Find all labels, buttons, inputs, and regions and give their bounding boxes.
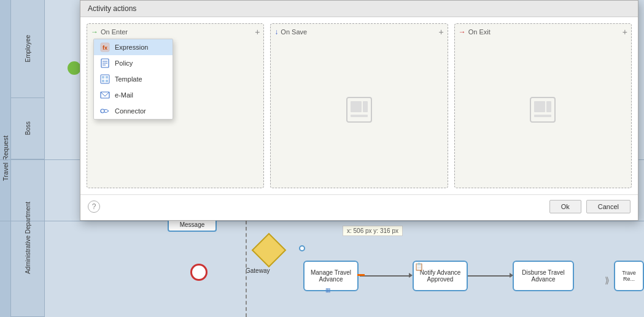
notify-advance-label: Notify Advance Approved [416, 269, 464, 283]
policy-icon [100, 58, 110, 68]
disburse-label: Disburse Travel Advance [516, 269, 570, 283]
coords-display: x: 506 px y: 316 px [343, 226, 403, 236]
footer-buttons: Ok Cancel [549, 200, 630, 213]
arrow-notify-disburse-head [510, 273, 513, 278]
on-enter-title: → On Enter [91, 28, 128, 36]
lane-header-col: Employee Boss Administrative Department [11, 0, 45, 317]
on-exit-header: → On Exit + [459, 28, 627, 36]
on-save-label: On Save [281, 28, 307, 36]
end-event [190, 264, 208, 281]
email-icon [100, 90, 110, 100]
on-exit-content [459, 40, 627, 184]
modal-title-bar: Activity actions [80, 1, 638, 17]
on-enter-header: → On Enter + [91, 28, 260, 36]
arrow-manage-notify-head [409, 273, 413, 278]
manage-travel-icon: ▦ [325, 287, 331, 293]
help-icon[interactable]: ? [88, 201, 100, 213]
disburse-box[interactable]: Disburse Travel Advance [513, 261, 574, 291]
on-enter-label: On Enter [101, 28, 128, 36]
lane-boss-label: Boss [25, 119, 31, 137]
template-icon [100, 74, 110, 84]
travel-re-label: Trave Re... [618, 270, 640, 282]
modal-content-area: → On Enter + fx [80, 17, 638, 194]
on-enter-panel: → On Enter + fx [87, 23, 264, 188]
lane-admin-label: Administrative Department [25, 199, 31, 277]
on-save-add-button[interactable]: + [438, 28, 443, 36]
on-exit-title: → On Exit [459, 28, 491, 36]
on-save-placeholder [344, 95, 374, 129]
modal-footer: ? Ok Cancel [80, 194, 638, 218]
lane-divider-2 [0, 221, 644, 221]
on-save-header: ↓ On Save + [274, 28, 443, 36]
dropdown-item-policy[interactable]: Policy [94, 55, 173, 71]
on-save-icon: ↓ [274, 28, 278, 36]
template-label: Template [115, 75, 142, 83]
on-exit-placeholder [528, 95, 557, 129]
svg-rect-19 [534, 115, 551, 117]
travel-re-box[interactable]: Trave Re... [614, 261, 644, 291]
lane-employee-header: Employee [11, 0, 44, 98]
gateway-label: Gateway [246, 267, 270, 274]
on-exit-panel: → On Exit + [454, 23, 632, 188]
on-save-panel: ↓ On Save + [270, 23, 448, 188]
dropdown-item-connector[interactable]: Connector [94, 103, 173, 119]
on-enter-add-button[interactable]: + [255, 28, 260, 36]
on-exit-label: On Exit [468, 28, 491, 36]
svg-rect-8 [106, 76, 108, 78]
manage-travel-label: Manage Travel Advance [307, 269, 355, 283]
email-label: e-Mail [115, 91, 133, 99]
ok-button[interactable]: Ok [549, 200, 581, 213]
message-label: Message [180, 221, 205, 228]
process-label: Travel Request [2, 136, 9, 181]
double-arrow-icon: ⟫ [605, 275, 610, 285]
arrow-notify-disburse [468, 275, 512, 277]
manage-travel-connector [357, 274, 365, 276]
arrow-manage-notify [360, 275, 411, 277]
dropdown-item-template[interactable]: Template [94, 71, 173, 87]
connector-label: Connector [115, 107, 146, 115]
dropdown-item-email[interactable]: e-Mail [94, 87, 173, 103]
svg-rect-20 [546, 101, 551, 112]
svg-point-12 [101, 109, 104, 113]
on-exit-icon: → [459, 28, 466, 36]
lane-employee-label: Employee [25, 32, 31, 64]
svg-rect-16 [363, 101, 368, 112]
lane-admin-header: Administrative Department [11, 159, 44, 317]
on-exit-add-button[interactable]: + [623, 28, 627, 36]
dashed-divider [246, 221, 247, 317]
expression-icon: fx [100, 42, 110, 52]
expression-label: Expression [115, 44, 148, 51]
action-type-dropdown: fx Expression [93, 39, 173, 120]
svg-rect-10 [106, 80, 108, 82]
modal-body: → On Enter + fx [80, 17, 638, 218]
connection-point [299, 245, 305, 251]
svg-rect-7 [102, 76, 104, 78]
on-save-title: ↓ On Save [274, 28, 307, 36]
start-event [68, 61, 81, 75]
svg-text:fx: fx [103, 45, 107, 51]
svg-rect-9 [102, 80, 104, 82]
policy-label: Policy [115, 59, 133, 67]
svg-rect-14 [351, 101, 362, 112]
connector-icon [100, 106, 110, 116]
svg-rect-18 [534, 101, 545, 112]
lane-boss-header: Boss [11, 98, 44, 159]
svg-rect-15 [351, 115, 368, 117]
modal-title: Activity actions [88, 4, 136, 13]
on-enter-icon: → [91, 28, 98, 36]
on-save-content [274, 40, 443, 184]
process-label-col: Travel Request [0, 0, 11, 317]
dropdown-item-expression[interactable]: fx Expression [94, 39, 173, 55]
activity-actions-modal: Activity actions → On Enter + [80, 0, 638, 221]
manage-travel-box[interactable]: Manage Travel Advance [303, 261, 359, 291]
cancel-button[interactable]: Cancel [586, 200, 630, 213]
notify-advance-icon: 📋 [414, 262, 424, 271]
